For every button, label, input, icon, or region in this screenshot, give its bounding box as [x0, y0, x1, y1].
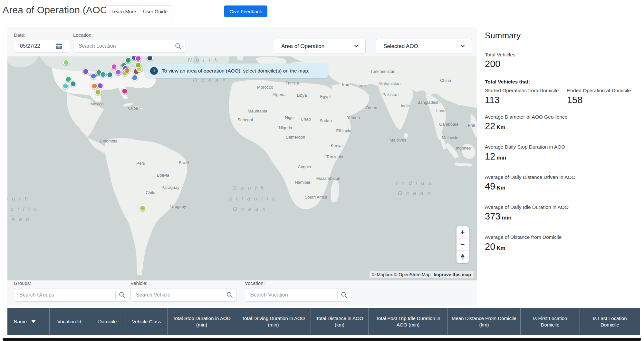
domicile-marker[interactable] — [100, 72, 106, 78]
domicile-marker[interactable] — [91, 73, 97, 79]
summary-stat-unit: min — [502, 215, 511, 221]
domicile-marker[interactable] — [62, 83, 69, 89]
give-feedback-button[interactable]: Give Feedback — [224, 5, 267, 17]
date-input[interactable] — [20, 43, 55, 49]
map-country-label: Chad — [301, 117, 311, 122]
domicile-marker[interactable] — [70, 81, 76, 87]
summary-stat-label: Average Daily Stop Duration in AOO — [485, 144, 639, 150]
selected-aoo-dropdown[interactable]: Selected AOO — [376, 39, 472, 54]
summary-stat: Average of Daily Idle Duration in AOO373… — [485, 204, 639, 222]
landmass-uk — [237, 56, 243, 61]
domicile-marker[interactable] — [140, 205, 146, 211]
column-header-is-last-location-domicile[interactable]: Is Last Location Domicile — [580, 308, 640, 335]
domicile-marker[interactable] — [107, 72, 113, 78]
summary-stat: Average of Distance from Domicile20Km — [485, 234, 639, 252]
vehicle-search-field[interactable] — [130, 288, 237, 302]
summary-stat-value: 12min — [485, 151, 639, 162]
map-country-label: Ethiopia — [336, 128, 351, 133]
vehicle-label: Vehicle: — [130, 280, 237, 286]
column-header-mean-distance-from-domicile-km[interactable]: Mean Distance From Domicile (km) — [448, 308, 521, 335]
domicile-marker[interactable] — [65, 76, 72, 83]
map-country-label: Mozambique — [316, 176, 340, 181]
calendar-icon[interactable] — [55, 43, 62, 50]
column-header-domicile[interactable]: Domicile — [89, 308, 126, 335]
ocean-label: o u t h — [7, 196, 29, 202]
domicile-marker[interactable] — [115, 69, 121, 75]
location-search-input[interactable] — [79, 43, 175, 49]
input-divider — [223, 291, 223, 299]
date-field[interactable] — [14, 40, 70, 53]
domicile-marker[interactable] — [95, 89, 101, 95]
column-header-is-first-location-domicile[interactable]: Is First Location Domicile — [521, 308, 580, 335]
summary-stat: Average Daily Stop Duration in AOO12min — [485, 144, 639, 161]
map-country-label: Senegal — [237, 117, 253, 122]
domicile-marker[interactable] — [122, 88, 128, 94]
map-country-label: Cameroon — [286, 135, 305, 140]
map-country-label: China — [440, 78, 451, 83]
learn-more-button[interactable]: Learn More — [106, 5, 142, 17]
summary-stat-label: Average of Distance from Domicile — [485, 234, 639, 240]
summary-stat-label: Average Diameter of AOO Geo-fence — [485, 114, 639, 120]
location-search-field[interactable] — [73, 40, 186, 53]
compass-button[interactable] — [457, 251, 469, 263]
ocean-label: O c e a n — [233, 206, 267, 212]
column-header-vocation-id[interactable]: Vocation Id — [50, 308, 89, 335]
landmass-java — [455, 162, 472, 167]
groups-label: Groups: — [14, 280, 129, 286]
input-divider — [337, 291, 338, 299]
domicile-marker[interactable] — [111, 64, 117, 70]
vocation-search-icon[interactable] — [341, 291, 348, 298]
domicile-marker[interactable] — [83, 69, 89, 75]
ocean-label: N o r t h — [188, 57, 219, 63]
domicile-marker[interactable] — [91, 83, 98, 89]
vocation-search-field[interactable] — [245, 288, 351, 302]
column-header-label: Is First Location Domicile — [524, 315, 576, 328]
vocation-search-input[interactable] — [250, 292, 337, 298]
groups-search-input[interactable] — [19, 292, 115, 298]
compass-icon — [461, 254, 465, 260]
location-search-icon[interactable] — [175, 43, 182, 50]
zoom-in-button[interactable]: + — [457, 226, 469, 239]
vehicles-that-row: Started Operations from Domicile113Ended… — [485, 87, 639, 105]
world-map-svg — [7, 56, 477, 280]
column-header-total-post-trip-idle-duration-in-aoo-min[interactable]: Total Post Trip Idle Duration in AOO (mi… — [369, 308, 448, 335]
improve-map-link[interactable]: Improve this map — [434, 272, 471, 277]
map-country-label: Oman — [366, 105, 377, 110]
map-country-label: Phil — [468, 123, 475, 128]
map-country-label: Paraguay — [161, 185, 179, 190]
osm-attribution-link[interactable]: © OpenStreetMap — [394, 272, 430, 277]
zoom-out-button[interactable]: − — [457, 239, 469, 251]
column-header-vehicle-class[interactable]: Vehicle Class — [126, 308, 168, 335]
domicile-marker[interactable] — [97, 83, 103, 89]
map-country-label: Sudan — [320, 118, 332, 123]
column-header-label: Name — [14, 318, 27, 325]
column-header-total-distance-in-aoo-km[interactable]: Total Distance in AOO (km) — [311, 308, 369, 335]
map-country-label: Indones — [456, 146, 471, 151]
domicile-marker[interactable] — [135, 62, 141, 68]
map-country-label: Yemen — [347, 115, 360, 120]
column-header-name[interactable]: Name — [7, 308, 50, 335]
groups-search-icon[interactable] — [119, 291, 126, 298]
area-of-operation-dropdown[interactable]: Area of Operation — [274, 39, 366, 54]
map-attribution: © Mapbox © OpenStreetMap Improve this ma… — [370, 271, 474, 278]
map-canvas[interactable]: N o r t hO c e a nS o u t hA t l a n t i… — [7, 56, 477, 280]
vehicle-search-input[interactable] — [136, 292, 223, 298]
total-vehicles-value: 200 — [485, 59, 639, 69]
groups-filter-group: Groups: — [14, 280, 129, 302]
domicile-marker[interactable] — [125, 57, 131, 63]
column-header-label: Vehicle Class — [132, 318, 161, 325]
domicile-marker[interactable] — [124, 68, 130, 74]
bottom-filters-row: Groups:Vehicle:Vocation: — [7, 280, 477, 306]
aoo-dashboard: { "page": { "title": "Area of Operation … — [0, 0, 644, 341]
summary-panel: Summary Total Vehicles 200 Total Vehicle… — [485, 31, 639, 264]
column-header-total-driving-duration-in-aoo-min[interactable]: Total Driving Duration in AOO (min) — [236, 308, 311, 335]
vehicle-search-icon[interactable] — [226, 291, 233, 298]
domicile-marker[interactable] — [132, 75, 138, 81]
user-guide-button[interactable]: User Guide — [138, 5, 173, 17]
ocean-label: O c e a n — [398, 190, 432, 197]
column-header-total-stop-duration-in-aoo-min[interactable]: Total Stop Duration in AOO (min) — [168, 308, 236, 335]
domicile-marker[interactable] — [63, 60, 69, 66]
mapbox-attribution-link[interactable]: © Mapbox — [372, 272, 393, 277]
groups-search-field[interactable] — [14, 288, 129, 302]
map-country-label: Bangladesh — [418, 100, 440, 105]
